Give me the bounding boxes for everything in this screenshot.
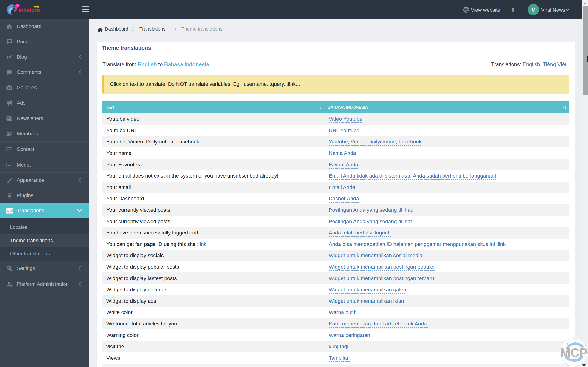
svg-text:MERT: MERT [34, 7, 39, 8]
svg-text:MCP: MCP [560, 346, 588, 359]
svg-text:A: A [7, 209, 9, 213]
